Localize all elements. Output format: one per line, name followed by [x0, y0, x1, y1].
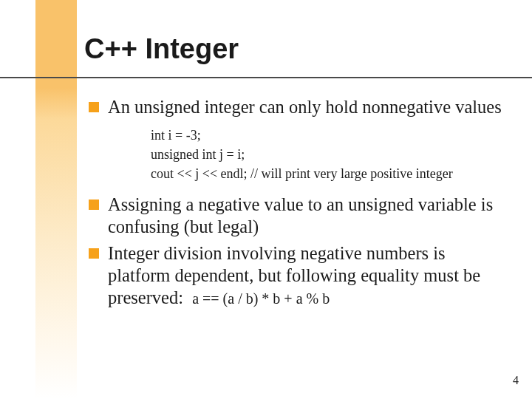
code-line: unsigned int j = i;: [151, 145, 510, 164]
code-line: int i = -3;: [151, 126, 510, 145]
slide-title: C++ Integer: [0, 33, 532, 65]
square-bullet-icon: [89, 200, 99, 210]
content-area: An unsigned integer can only hold nonneg…: [89, 96, 510, 313]
equation-text: a == (a / b) * b + a % b: [192, 290, 330, 307]
slide: C++ Integer An unsigned integer can only…: [0, 0, 532, 399]
square-bullet-icon: [89, 102, 99, 112]
bullet-item: An unsigned integer can only hold nonneg…: [89, 96, 510, 118]
page-number: 4: [513, 374, 519, 387]
bullet-text: An unsigned integer can only hold nonneg…: [108, 96, 510, 118]
bullet-text: Assigning a negative value to an unsigne…: [108, 194, 510, 238]
title-area: C++ Integer: [0, 33, 532, 84]
bullet-item: Integer division involving negative numb…: [89, 242, 510, 309]
square-bullet-icon: [89, 248, 99, 259]
code-block: int i = -3; unsigned int j = i; cout << …: [151, 126, 510, 183]
bullet-text: Integer division involving negative numb…: [108, 242, 510, 309]
bullet-item: Assigning a negative value to an unsigne…: [89, 194, 510, 238]
code-line: cout << j << endl; // will print very la…: [151, 164, 510, 183]
